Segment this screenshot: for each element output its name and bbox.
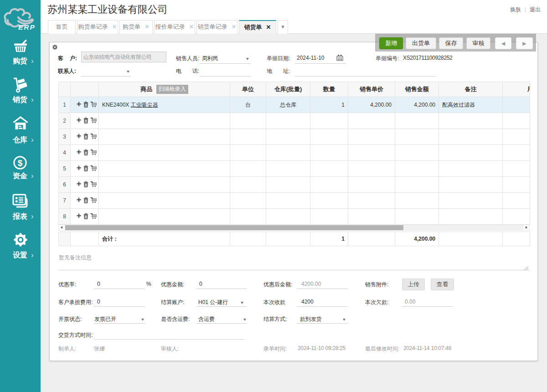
- svg-text:$: $: [18, 158, 23, 168]
- svg-text:ERP: ERP: [18, 23, 36, 31]
